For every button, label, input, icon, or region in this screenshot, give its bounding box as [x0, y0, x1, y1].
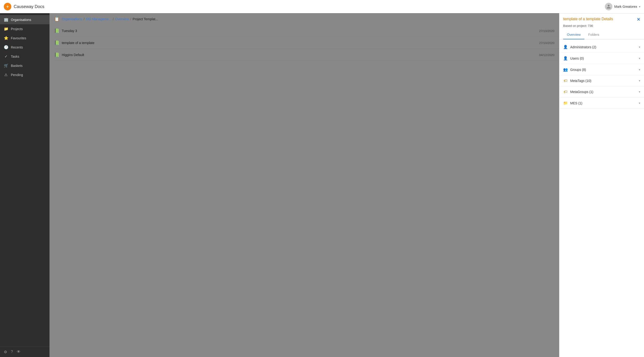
pending-icon: ⚠: [4, 72, 8, 77]
help-icon[interactable]: ?: [11, 350, 13, 354]
detail-section-metatags[interactable]: 🏷 MetaTags (10) ▾: [559, 75, 644, 86]
list-item[interactable]: 📗 Higgins Default 04/12/2020: [54, 49, 559, 61]
sidebar-item-label: Projects: [11, 27, 23, 31]
app-title: Causeway Docs: [14, 4, 44, 9]
detail-subtitle: Based on project: 736: [559, 22, 644, 27]
breadcrumb-sep-3: /: [130, 17, 131, 21]
user-dropdown-arrow[interactable]: ▾: [639, 5, 640, 8]
sidebar-item-baskets[interactable]: 🛒 Baskets: [0, 61, 50, 70]
detail-tabs: Overview Folders: [559, 30, 644, 39]
chevron-down-icon: ▾: [639, 45, 640, 49]
detail-sections: 👤 Administrators (2) ▾ 👤 Users (0) ▾ 👥 G…: [559, 39, 644, 111]
document-icon: 📗: [54, 28, 60, 33]
list-item-name: Higgins Default: [62, 53, 539, 57]
detail-header: template of a template Details ✕: [559, 13, 644, 22]
list-item[interactable]: 📗 template of a template 27/10/2020: [54, 37, 559, 49]
sidebar-bottom: ⚙ ? 👁: [0, 347, 50, 357]
admin-icon: 👤: [563, 45, 568, 49]
breadcrumb-link-organisations[interactable]: Organisations: [62, 17, 82, 21]
chevron-down-icon: ▾: [639, 68, 640, 71]
header-right: Mark Greatorex ▾: [605, 3, 640, 10]
sidebar-item-projects[interactable]: 📁 Projects: [0, 24, 50, 33]
detail-section-metagroups[interactable]: 🏷 MetaGroups (1) ▾: [559, 86, 644, 97]
list-item-date: 27/10/2020: [539, 41, 554, 45]
detail-section-administrators[interactable]: 👤 Administrators (2) ▾: [559, 41, 644, 53]
app-header: + Causeway Docs Mark Greatorex ▾: [0, 0, 644, 13]
tab-folders[interactable]: Folders: [584, 30, 603, 39]
detail-section-label: Administrators (2): [570, 45, 639, 49]
user-icon: 👤: [563, 56, 568, 60]
chevron-down-icon: ▾: [639, 57, 640, 60]
detail-section-users[interactable]: 👤 Users (0) ▾: [559, 53, 644, 64]
list-item-date: 04/12/2020: [539, 53, 554, 57]
detail-section-label: MES (1): [570, 101, 639, 105]
view-icon[interactable]: 👁: [17, 350, 20, 354]
detail-section-label: MetaGroups (1): [570, 90, 639, 94]
sidebar-item-label: Favourites: [11, 36, 26, 40]
user-name: Mark Greatorex: [614, 5, 637, 8]
detail-section-mes[interactable]: 📁 MES (1) ▾: [559, 97, 644, 109]
sidebar-item-pending[interactable]: ⚠ Pending: [0, 70, 50, 79]
main-layout: 🏢 Organisations 📁 Projects ⭐ Favourites …: [0, 13, 644, 357]
breadcrumb-current: Project Templat...: [133, 17, 158, 21]
breadcrumb: 📋 Organisations / MG Manageme... / Overv…: [50, 13, 559, 25]
list-area: 📗 Tuesday 3 27/10/2020 📗 template of a t…: [50, 25, 559, 357]
close-button[interactable]: ✕: [637, 17, 640, 22]
breadcrumb-sep-1: /: [84, 17, 84, 21]
detail-section-label: Groups (8): [570, 68, 639, 72]
detail-title: template of a template Details: [563, 17, 635, 21]
tag-icon: 🏷: [563, 90, 568, 94]
tab-overview[interactable]: Overview: [563, 30, 584, 39]
sidebar-item-organisations[interactable]: 🏢 Organisations: [0, 15, 50, 24]
chevron-down-icon: ▾: [639, 101, 640, 105]
list-item[interactable]: 📗 Tuesday 3 27/10/2020: [54, 25, 559, 37]
sidebar-nav: 🏢 Organisations 📁 Projects ⭐ Favourites …: [0, 13, 50, 347]
folder-icon: 📁: [563, 101, 568, 105]
content-area: 📋 Organisations / MG Manageme... / Overv…: [50, 13, 559, 357]
sidebar: 🏢 Organisations 📁 Projects ⭐ Favourites …: [0, 13, 50, 357]
document-icon: 📗: [54, 40, 60, 45]
baskets-icon: 🛒: [4, 63, 8, 68]
chevron-down-icon: ▾: [639, 90, 640, 93]
sidebar-item-label: Tasks: [11, 55, 19, 58]
sidebar-item-recents[interactable]: 🕐 Recents: [0, 43, 50, 52]
list-item-name: Tuesday 3: [62, 29, 539, 33]
sidebar-item-tasks[interactable]: ✓ Tasks: [0, 52, 50, 61]
breadcrumb-doc-icon: 📋: [54, 16, 60, 22]
group-icon: 👥: [563, 67, 568, 72]
user-avatar-icon: [606, 4, 611, 9]
detail-section-groups[interactable]: 👥 Groups (8) ▾: [559, 64, 644, 75]
sidebar-item-label: Pending: [11, 73, 23, 77]
list-item-name: template of a template: [62, 41, 539, 45]
document-icon: 📗: [54, 52, 60, 57]
sidebar-item-label: Recents: [11, 45, 23, 49]
chevron-down-icon: ▾: [639, 79, 640, 82]
header-left: + Causeway Docs: [4, 3, 44, 10]
breadcrumb-link-mg[interactable]: MG Manageme...: [86, 17, 111, 21]
detail-section-label: Users (0): [570, 56, 639, 60]
recents-icon: 🕐: [4, 45, 8, 49]
avatar: [605, 3, 612, 10]
sidebar-item-favourites[interactable]: ⭐ Favourites: [0, 33, 50, 43]
tasks-icon: ✓: [4, 54, 8, 59]
sidebar-item-label: Baskets: [11, 64, 23, 68]
list-item-date: 27/10/2020: [539, 29, 554, 33]
favourites-icon: ⭐: [4, 36, 8, 40]
projects-icon: 📁: [4, 27, 8, 31]
detail-panel: template of a template Details ✕ Based o…: [559, 13, 644, 357]
app-logo: +: [4, 3, 11, 10]
breadcrumb-link-overview[interactable]: Overview: [115, 17, 129, 21]
sidebar-item-label: Organisations: [11, 18, 31, 22]
breadcrumb-sep-2: /: [113, 17, 114, 21]
organisations-icon: 🏢: [4, 17, 8, 22]
detail-section-label: MetaTags (10): [570, 79, 639, 83]
tag-icon: 🏷: [563, 79, 568, 83]
settings-icon[interactable]: ⚙: [4, 350, 7, 354]
